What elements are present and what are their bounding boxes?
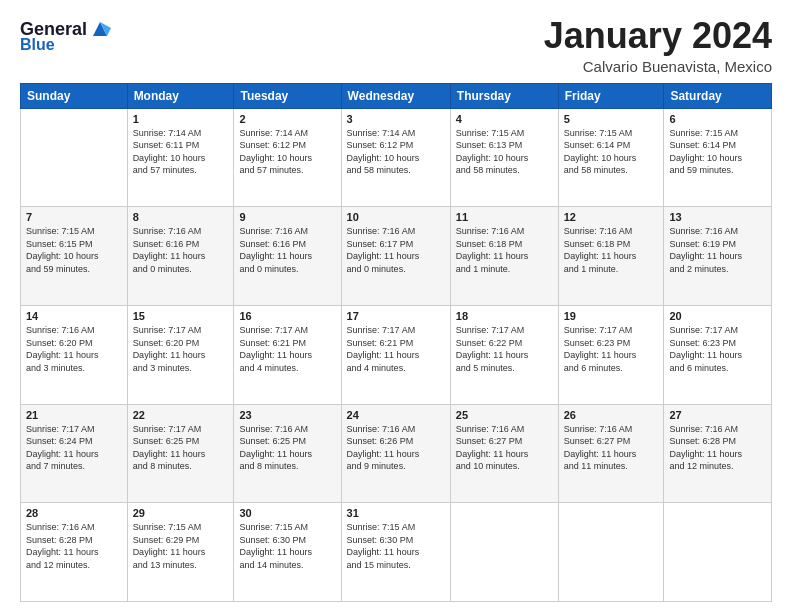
day-cell: 22Sunrise: 7:17 AM Sunset: 6:25 PM Dayli… bbox=[127, 404, 234, 503]
week-row-0: 1Sunrise: 7:14 AM Sunset: 6:11 PM Daylig… bbox=[21, 108, 772, 207]
day-number: 29 bbox=[133, 507, 229, 519]
day-cell: 17Sunrise: 7:17 AM Sunset: 6:21 PM Dayli… bbox=[341, 305, 450, 404]
day-cell: 28Sunrise: 7:16 AM Sunset: 6:28 PM Dayli… bbox=[21, 503, 128, 602]
week-row-2: 14Sunrise: 7:16 AM Sunset: 6:20 PM Dayli… bbox=[21, 305, 772, 404]
day-cell: 16Sunrise: 7:17 AM Sunset: 6:21 PM Dayli… bbox=[234, 305, 341, 404]
day-cell: 5Sunrise: 7:15 AM Sunset: 6:14 PM Daylig… bbox=[558, 108, 664, 207]
header-cell-tuesday: Tuesday bbox=[234, 83, 341, 108]
day-cell bbox=[21, 108, 128, 207]
page: General Blue January 2024 Calvario Buena… bbox=[0, 0, 792, 612]
header: General Blue January 2024 Calvario Buena… bbox=[20, 16, 772, 75]
header-cell-monday: Monday bbox=[127, 83, 234, 108]
day-number: 1 bbox=[133, 113, 229, 125]
calendar-table: SundayMondayTuesdayWednesdayThursdayFrid… bbox=[20, 83, 772, 602]
day-number: 28 bbox=[26, 507, 122, 519]
day-number: 21 bbox=[26, 409, 122, 421]
day-cell bbox=[664, 503, 772, 602]
week-row-4: 28Sunrise: 7:16 AM Sunset: 6:28 PM Dayli… bbox=[21, 503, 772, 602]
day-number: 24 bbox=[347, 409, 445, 421]
day-number: 7 bbox=[26, 211, 122, 223]
day-number: 6 bbox=[669, 113, 766, 125]
logo: General Blue bbox=[20, 20, 111, 54]
day-number: 30 bbox=[239, 507, 335, 519]
day-info: Sunrise: 7:17 AM Sunset: 6:25 PM Dayligh… bbox=[133, 423, 229, 473]
header-row: SundayMondayTuesdayWednesdayThursdayFrid… bbox=[21, 83, 772, 108]
logo-text-blue: Blue bbox=[20, 36, 55, 54]
day-number: 12 bbox=[564, 211, 659, 223]
day-cell: 24Sunrise: 7:16 AM Sunset: 6:26 PM Dayli… bbox=[341, 404, 450, 503]
day-number: 5 bbox=[564, 113, 659, 125]
day-cell: 13Sunrise: 7:16 AM Sunset: 6:19 PM Dayli… bbox=[664, 207, 772, 306]
day-info: Sunrise: 7:17 AM Sunset: 6:23 PM Dayligh… bbox=[669, 324, 766, 374]
day-cell: 7Sunrise: 7:15 AM Sunset: 6:15 PM Daylig… bbox=[21, 207, 128, 306]
day-number: 9 bbox=[239, 211, 335, 223]
day-cell: 30Sunrise: 7:15 AM Sunset: 6:30 PM Dayli… bbox=[234, 503, 341, 602]
day-cell: 31Sunrise: 7:15 AM Sunset: 6:30 PM Dayli… bbox=[341, 503, 450, 602]
day-info: Sunrise: 7:16 AM Sunset: 6:17 PM Dayligh… bbox=[347, 225, 445, 275]
day-info: Sunrise: 7:15 AM Sunset: 6:14 PM Dayligh… bbox=[564, 127, 659, 177]
day-info: Sunrise: 7:17 AM Sunset: 6:23 PM Dayligh… bbox=[564, 324, 659, 374]
day-number: 14 bbox=[26, 310, 122, 322]
day-number: 13 bbox=[669, 211, 766, 223]
header-cell-friday: Friday bbox=[558, 83, 664, 108]
day-number: 22 bbox=[133, 409, 229, 421]
day-info: Sunrise: 7:15 AM Sunset: 6:29 PM Dayligh… bbox=[133, 521, 229, 571]
day-cell: 18Sunrise: 7:17 AM Sunset: 6:22 PM Dayli… bbox=[450, 305, 558, 404]
day-cell: 3Sunrise: 7:14 AM Sunset: 6:12 PM Daylig… bbox=[341, 108, 450, 207]
day-info: Sunrise: 7:16 AM Sunset: 6:28 PM Dayligh… bbox=[669, 423, 766, 473]
day-info: Sunrise: 7:15 AM Sunset: 6:13 PM Dayligh… bbox=[456, 127, 553, 177]
day-cell: 12Sunrise: 7:16 AM Sunset: 6:18 PM Dayli… bbox=[558, 207, 664, 306]
day-info: Sunrise: 7:16 AM Sunset: 6:16 PM Dayligh… bbox=[133, 225, 229, 275]
day-number: 19 bbox=[564, 310, 659, 322]
day-info: Sunrise: 7:16 AM Sunset: 6:27 PM Dayligh… bbox=[564, 423, 659, 473]
day-info: Sunrise: 7:14 AM Sunset: 6:12 PM Dayligh… bbox=[239, 127, 335, 177]
day-cell: 27Sunrise: 7:16 AM Sunset: 6:28 PM Dayli… bbox=[664, 404, 772, 503]
day-cell: 10Sunrise: 7:16 AM Sunset: 6:17 PM Dayli… bbox=[341, 207, 450, 306]
header-cell-thursday: Thursday bbox=[450, 83, 558, 108]
day-number: 2 bbox=[239, 113, 335, 125]
day-number: 20 bbox=[669, 310, 766, 322]
day-info: Sunrise: 7:17 AM Sunset: 6:24 PM Dayligh… bbox=[26, 423, 122, 473]
title-block: January 2024 Calvario Buenavista, Mexico bbox=[544, 16, 772, 75]
header-cell-saturday: Saturday bbox=[664, 83, 772, 108]
day-info: Sunrise: 7:14 AM Sunset: 6:12 PM Dayligh… bbox=[347, 127, 445, 177]
day-info: Sunrise: 7:16 AM Sunset: 6:20 PM Dayligh… bbox=[26, 324, 122, 374]
week-row-3: 21Sunrise: 7:17 AM Sunset: 6:24 PM Dayli… bbox=[21, 404, 772, 503]
day-cell: 29Sunrise: 7:15 AM Sunset: 6:29 PM Dayli… bbox=[127, 503, 234, 602]
day-info: Sunrise: 7:16 AM Sunset: 6:27 PM Dayligh… bbox=[456, 423, 553, 473]
week-row-1: 7Sunrise: 7:15 AM Sunset: 6:15 PM Daylig… bbox=[21, 207, 772, 306]
day-info: Sunrise: 7:16 AM Sunset: 6:28 PM Dayligh… bbox=[26, 521, 122, 571]
day-number: 16 bbox=[239, 310, 335, 322]
day-number: 23 bbox=[239, 409, 335, 421]
day-number: 27 bbox=[669, 409, 766, 421]
day-cell: 23Sunrise: 7:16 AM Sunset: 6:25 PM Dayli… bbox=[234, 404, 341, 503]
day-info: Sunrise: 7:17 AM Sunset: 6:20 PM Dayligh… bbox=[133, 324, 229, 374]
day-number: 18 bbox=[456, 310, 553, 322]
day-info: Sunrise: 7:17 AM Sunset: 6:22 PM Dayligh… bbox=[456, 324, 553, 374]
day-info: Sunrise: 7:17 AM Sunset: 6:21 PM Dayligh… bbox=[239, 324, 335, 374]
day-info: Sunrise: 7:15 AM Sunset: 6:15 PM Dayligh… bbox=[26, 225, 122, 275]
day-number: 17 bbox=[347, 310, 445, 322]
day-info: Sunrise: 7:16 AM Sunset: 6:25 PM Dayligh… bbox=[239, 423, 335, 473]
day-cell: 2Sunrise: 7:14 AM Sunset: 6:12 PM Daylig… bbox=[234, 108, 341, 207]
day-cell: 8Sunrise: 7:16 AM Sunset: 6:16 PM Daylig… bbox=[127, 207, 234, 306]
day-number: 15 bbox=[133, 310, 229, 322]
day-cell: 6Sunrise: 7:15 AM Sunset: 6:14 PM Daylig… bbox=[664, 108, 772, 207]
day-number: 3 bbox=[347, 113, 445, 125]
day-info: Sunrise: 7:16 AM Sunset: 6:18 PM Dayligh… bbox=[564, 225, 659, 275]
day-cell: 9Sunrise: 7:16 AM Sunset: 6:16 PM Daylig… bbox=[234, 207, 341, 306]
day-number: 10 bbox=[347, 211, 445, 223]
day-cell: 15Sunrise: 7:17 AM Sunset: 6:20 PM Dayli… bbox=[127, 305, 234, 404]
day-info: Sunrise: 7:15 AM Sunset: 6:30 PM Dayligh… bbox=[239, 521, 335, 571]
day-number: 11 bbox=[456, 211, 553, 223]
header-cell-sunday: Sunday bbox=[21, 83, 128, 108]
day-cell: 19Sunrise: 7:17 AM Sunset: 6:23 PM Dayli… bbox=[558, 305, 664, 404]
day-cell: 11Sunrise: 7:16 AM Sunset: 6:18 PM Dayli… bbox=[450, 207, 558, 306]
day-cell bbox=[450, 503, 558, 602]
day-number: 8 bbox=[133, 211, 229, 223]
day-cell: 1Sunrise: 7:14 AM Sunset: 6:11 PM Daylig… bbox=[127, 108, 234, 207]
day-cell bbox=[558, 503, 664, 602]
day-number: 31 bbox=[347, 507, 445, 519]
day-info: Sunrise: 7:14 AM Sunset: 6:11 PM Dayligh… bbox=[133, 127, 229, 177]
location: Calvario Buenavista, Mexico bbox=[544, 58, 772, 75]
